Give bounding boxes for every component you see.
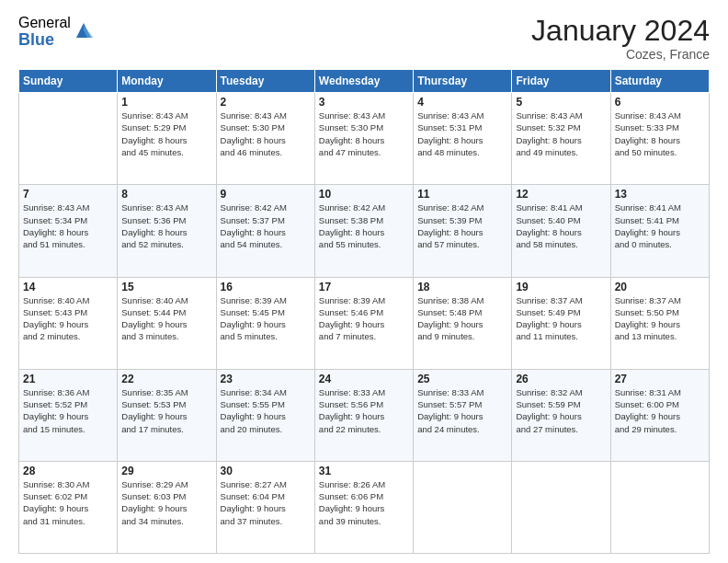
logo-text: General Blue [18,15,71,49]
day-info: Sunrise: 8:39 AMSunset: 5:46 PMDaylight:… [319,294,409,343]
day-number: 10 [319,188,409,201]
table-row: 4Sunrise: 8:43 AMSunset: 5:31 PMDaylight… [414,93,512,185]
day-number: 9 [221,188,311,201]
day-number: 26 [516,373,606,385]
table-row: 14Sunrise: 8:40 AMSunset: 5:43 PMDayligh… [19,277,118,369]
day-number: 13 [615,188,705,201]
table-row: 9Sunrise: 8:42 AMSunset: 5:37 PMDaylight… [216,185,314,277]
day-info: Sunrise: 8:37 AMSunset: 5:50 PMDaylight:… [615,294,705,343]
day-number: 17 [319,281,409,293]
day-number: 11 [417,188,507,201]
table-row: 10Sunrise: 8:42 AMSunset: 5:38 PMDayligh… [314,185,413,277]
day-number: 6 [615,96,705,109]
day-number: 18 [417,281,507,293]
table-row: 11Sunrise: 8:42 AMSunset: 5:39 PMDayligh… [414,185,512,277]
table-row: 8Sunrise: 8:43 AMSunset: 5:36 PMDaylight… [118,185,216,277]
page: General Blue January 2024 Cozes, France … [0,0,728,563]
day-number: 27 [615,373,705,385]
table-row: 22Sunrise: 8:35 AMSunset: 5:53 PMDayligh… [118,369,216,461]
table-row: 7Sunrise: 8:43 AMSunset: 5:34 PMDaylight… [19,185,118,277]
table-row: 21Sunrise: 8:36 AMSunset: 5:52 PMDayligh… [19,369,118,461]
logo-blue: Blue [18,31,71,50]
table-row: 15Sunrise: 8:40 AMSunset: 5:44 PMDayligh… [118,277,216,369]
day-number: 12 [516,188,606,201]
col-thursday: Thursday [414,70,512,93]
day-info: Sunrise: 8:42 AMSunset: 5:37 PMDaylight:… [221,201,311,250]
day-info: Sunrise: 8:29 AMSunset: 6:03 PMDaylight:… [121,478,211,527]
col-monday: Monday [118,70,216,93]
table-row: 3Sunrise: 8:43 AMSunset: 5:30 PMDaylight… [314,93,413,185]
month-title: January 2024 [531,15,710,47]
day-number: 15 [121,281,211,293]
location: Cozes, France [531,47,710,62]
day-number: 28 [23,465,113,477]
day-number: 2 [221,96,311,109]
col-friday: Friday [512,70,610,93]
day-number: 3 [319,96,409,109]
day-info: Sunrise: 8:43 AMSunset: 5:32 PMDaylight:… [516,109,606,158]
day-info: Sunrise: 8:41 AMSunset: 5:40 PMDaylight:… [516,201,606,250]
day-info: Sunrise: 8:34 AMSunset: 5:55 PMDaylight:… [221,386,311,435]
col-saturday: Saturday [610,70,709,93]
col-sunday: Sunday [19,70,118,93]
day-number: 29 [121,465,211,477]
day-number: 25 [417,373,507,385]
table-row: 27Sunrise: 8:31 AMSunset: 6:00 PMDayligh… [610,369,709,461]
week-row-5: 28Sunrise: 8:30 AMSunset: 6:02 PMDayligh… [19,461,710,553]
table-row [610,461,709,553]
day-number: 21 [23,373,113,385]
day-info: Sunrise: 8:43 AMSunset: 5:30 PMDaylight:… [319,109,409,158]
table-row: 18Sunrise: 8:38 AMSunset: 5:48 PMDayligh… [414,277,512,369]
day-info: Sunrise: 8:38 AMSunset: 5:48 PMDaylight:… [417,294,507,343]
col-tuesday: Tuesday [216,70,314,93]
day-number: 8 [121,188,211,201]
day-number: 30 [221,465,311,477]
table-row: 30Sunrise: 8:27 AMSunset: 6:04 PMDayligh… [216,461,314,553]
day-number: 19 [516,281,606,293]
day-info: Sunrise: 8:27 AMSunset: 6:04 PMDaylight:… [221,478,311,527]
table-row: 28Sunrise: 8:30 AMSunset: 6:02 PMDayligh… [19,461,118,553]
day-info: Sunrise: 8:43 AMSunset: 5:36 PMDaylight:… [121,201,211,250]
logo-general: General [18,15,71,31]
day-info: Sunrise: 8:31 AMSunset: 6:00 PMDaylight:… [615,386,705,435]
week-row-4: 21Sunrise: 8:36 AMSunset: 5:52 PMDayligh… [19,369,710,461]
table-row: 6Sunrise: 8:43 AMSunset: 5:33 PMDaylight… [610,93,709,185]
day-info: Sunrise: 8:30 AMSunset: 6:02 PMDaylight:… [23,478,113,527]
week-row-2: 7Sunrise: 8:43 AMSunset: 5:34 PMDaylight… [19,185,710,277]
table-row: 17Sunrise: 8:39 AMSunset: 5:46 PMDayligh… [314,277,413,369]
day-info: Sunrise: 8:32 AMSunset: 5:59 PMDaylight:… [516,386,606,435]
day-number: 14 [23,281,113,293]
day-info: Sunrise: 8:43 AMSunset: 5:34 PMDaylight:… [23,201,113,250]
header: General Blue January 2024 Cozes, France [18,15,710,62]
day-number: 31 [319,465,409,477]
header-row: Sunday Monday Tuesday Wednesday Thursday… [19,70,710,93]
week-row-1: 1Sunrise: 8:43 AMSunset: 5:29 PMDaylight… [19,93,710,185]
table-row: 2Sunrise: 8:43 AMSunset: 5:30 PMDaylight… [216,93,314,185]
table-row: 1Sunrise: 8:43 AMSunset: 5:29 PMDaylight… [118,93,216,185]
day-info: Sunrise: 8:43 AMSunset: 5:31 PMDaylight:… [417,109,507,158]
day-number: 1 [121,96,211,109]
day-number: 7 [23,188,113,201]
table-row [414,461,512,553]
table-row: 16Sunrise: 8:39 AMSunset: 5:45 PMDayligh… [216,277,314,369]
day-number: 5 [516,96,606,109]
day-info: Sunrise: 8:33 AMSunset: 5:57 PMDaylight:… [417,386,507,435]
day-number: 22 [121,373,211,385]
day-info: Sunrise: 8:26 AMSunset: 6:06 PMDaylight:… [319,478,409,527]
table-row: 31Sunrise: 8:26 AMSunset: 6:06 PMDayligh… [314,461,413,553]
col-wednesday: Wednesday [314,70,413,93]
table-row: 5Sunrise: 8:43 AMSunset: 5:32 PMDaylight… [512,93,610,185]
day-info: Sunrise: 8:35 AMSunset: 5:53 PMDaylight:… [121,386,211,435]
day-info: Sunrise: 8:41 AMSunset: 5:41 PMDaylight:… [615,201,705,250]
day-info: Sunrise: 8:39 AMSunset: 5:45 PMDaylight:… [221,294,311,343]
table-row [512,461,610,553]
day-number: 4 [417,96,507,109]
table-row: 12Sunrise: 8:41 AMSunset: 5:40 PMDayligh… [512,185,610,277]
table-row: 23Sunrise: 8:34 AMSunset: 5:55 PMDayligh… [216,369,314,461]
day-info: Sunrise: 8:40 AMSunset: 5:44 PMDaylight:… [121,294,211,343]
table-row: 24Sunrise: 8:33 AMSunset: 5:56 PMDayligh… [314,369,413,461]
day-info: Sunrise: 8:37 AMSunset: 5:49 PMDaylight:… [516,294,606,343]
table-row [19,93,118,185]
table-row: 29Sunrise: 8:29 AMSunset: 6:03 PMDayligh… [118,461,216,553]
day-number: 16 [221,281,311,293]
